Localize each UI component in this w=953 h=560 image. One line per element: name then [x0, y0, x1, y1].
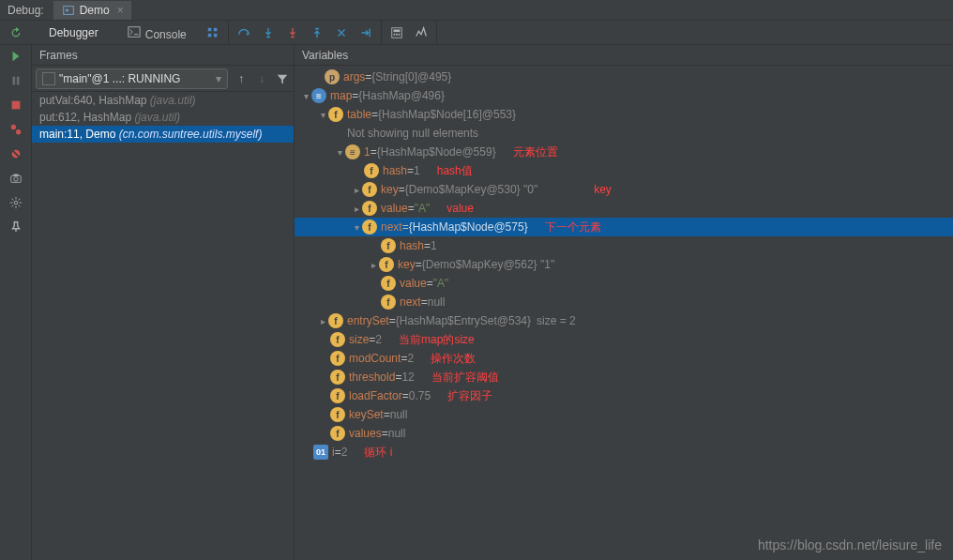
var-row[interactable]: fsize = 2当前map的size [295, 330, 953, 349]
svg-rect-10 [392, 27, 402, 38]
chevron-down-icon: ▾ [216, 72, 221, 85]
annotation: 扩容因子 [447, 388, 492, 404]
threads-icon[interactable] [205, 25, 220, 40]
annotation: value [446, 202, 474, 215]
variables-header: Variables [295, 45, 953, 66]
console-tab[interactable]: Console [117, 21, 196, 45]
debug-side-toolbar [0, 45, 32, 560]
svg-point-22 [13, 177, 17, 181]
resume-icon[interactable] [8, 49, 23, 64]
frames-pane: Frames "main"@1 ...: RUNNING ▾ ↑ ↓ putVa… [32, 45, 295, 560]
annotation: key [594, 183, 612, 196]
frame-item[interactable]: put:612, HashMap (java.util) [32, 109, 294, 126]
svg-point-24 [14, 201, 18, 204]
filter-icon[interactable] [275, 71, 290, 86]
run-to-cursor-icon[interactable] [358, 25, 373, 40]
camera-icon[interactable] [8, 171, 23, 186]
var-row[interactable]: pargs = {String[0]@495} [295, 68, 953, 86]
svg-point-19 [16, 129, 21, 134]
collapse-icon[interactable]: ▾ [317, 110, 328, 120]
var-row[interactable]: ▾≡map = {HashMap@496} [295, 86, 953, 105]
annotation: 当前map的size [399, 332, 475, 348]
force-step-into-icon[interactable] [285, 25, 300, 40]
next-frame-icon[interactable]: ↓ [254, 71, 269, 86]
collapse-icon[interactable]: ▾ [334, 147, 345, 158]
close-icon[interactable]: × [117, 4, 124, 17]
prev-frame-icon[interactable]: ↑ [234, 71, 249, 86]
svg-point-18 [10, 125, 15, 129]
checkbox-icon [42, 72, 55, 85]
view-breakpoints-icon[interactable] [8, 122, 23, 137]
step-over-icon[interactable] [236, 25, 251, 40]
var-row[interactable]: floadFactor = 0.75扩容因子 [295, 386, 953, 405]
svg-rect-17 [11, 101, 20, 110]
annotation: 操作次数 [431, 351, 476, 367]
var-row[interactable]: ▸fkey = {Demo$MapKey@530} "0"key [295, 180, 953, 199]
svg-rect-12 [393, 33, 395, 35]
settings-icon[interactable] [8, 195, 23, 210]
run-icon [61, 3, 76, 18]
var-row[interactable]: fhash = 1 [295, 236, 953, 255]
var-row[interactable]: fmodCount = 2操作次数 [295, 349, 953, 368]
annotation: 循环 i [364, 445, 392, 461]
frames-header: Frames [32, 45, 294, 66]
var-row[interactable]: fnext = null [295, 293, 953, 311]
svg-rect-9 [369, 28, 370, 37]
frame-item[interactable]: putVal:640, HashMap (java.util) [32, 92, 294, 109]
step-into-icon[interactable] [261, 25, 276, 40]
var-row[interactable]: ▸fentrySet = {HashMap$EntrySet@534}size … [295, 311, 953, 330]
var-row[interactable]: fvalues = null [295, 424, 953, 443]
debug-label: Debug: [8, 4, 44, 17]
svg-rect-23 [13, 174, 18, 176]
svg-rect-14 [399, 33, 401, 35]
tab-label: Demo [80, 4, 110, 17]
pause-icon[interactable] [8, 73, 23, 88]
var-row[interactable]: fkeySet = null [295, 405, 953, 424]
debug-tab-bar: Debug: Demo × [0, 0, 953, 21]
var-row[interactable]: fhash = 1hash值 [295, 161, 953, 180]
var-row[interactable]: ▾ftable = {HashMap$Node[16]@553} [295, 105, 953, 124]
frame-item[interactable]: main:11, Demo (cn.com.suntree.utils.myse… [32, 126, 294, 143]
stop-icon[interactable] [8, 98, 23, 113]
variables-tree: pargs = {String[0]@495} ▾≡map = {HashMap… [295, 66, 953, 560]
var-row[interactable]: 01i = 2循环 i [295, 443, 953, 462]
svg-rect-2 [208, 27, 212, 31]
var-row[interactable]: fthreshold = 12当前扩容阈值 [295, 368, 953, 386]
collapse-icon[interactable]: ▾ [351, 222, 362, 233]
rerun-icon[interactable] [8, 25, 23, 40]
mute-breakpoints-icon[interactable] [8, 146, 23, 161]
svg-rect-3 [208, 33, 212, 37]
svg-rect-6 [266, 36, 270, 38]
drop-frame-icon[interactable] [334, 25, 349, 40]
svg-rect-7 [291, 36, 295, 38]
expand-icon[interactable]: ▸ [351, 185, 362, 195]
var-row[interactable]: ▸fvalue = "A"value [295, 199, 953, 218]
svg-rect-11 [393, 29, 400, 32]
pin-icon[interactable] [8, 219, 23, 235]
debug-tab-demo[interactable]: Demo × [53, 1, 131, 20]
var-row[interactable]: ▾fnext = {HashMap$Node@575}下一个元素 [295, 218, 953, 236]
info-row: Not showing null elements [295, 124, 953, 143]
collapse-icon[interactable]: ▾ [300, 91, 311, 101]
annotation: 当前扩容阈值 [431, 370, 499, 386]
svg-rect-8 [315, 27, 319, 29]
var-row[interactable]: ▾≡1 = {HashMap$Node@559}元素位置 [295, 143, 953, 161]
svg-rect-4 [214, 27, 218, 31]
evaluate-icon[interactable] [389, 25, 404, 40]
debug-toolbar: Debugger Console [0, 21, 953, 45]
var-row[interactable]: fvalue = "A" [295, 274, 953, 293]
svg-rect-15 [12, 77, 15, 85]
debugger-tab[interactable]: Debugger [39, 23, 108, 43]
step-out-icon[interactable] [310, 25, 325, 40]
expand-icon[interactable]: ▸ [351, 204, 362, 214]
thread-selector[interactable]: "main"@1 ...: RUNNING ▾ [36, 68, 228, 89]
annotation: hash值 [437, 163, 473, 179]
svg-rect-16 [16, 77, 19, 85]
expand-icon[interactable]: ▸ [368, 260, 379, 270]
expand-icon[interactable]: ▸ [317, 316, 328, 326]
var-row[interactable]: ▸fkey = {Demo$MapKey@562} "1" [295, 255, 953, 274]
trace-icon[interactable] [414, 25, 429, 40]
svg-rect-1 [129, 26, 140, 37]
watermark: https://blog.csdn.net/leisure_life [758, 537, 942, 552]
svg-rect-13 [396, 33, 398, 35]
